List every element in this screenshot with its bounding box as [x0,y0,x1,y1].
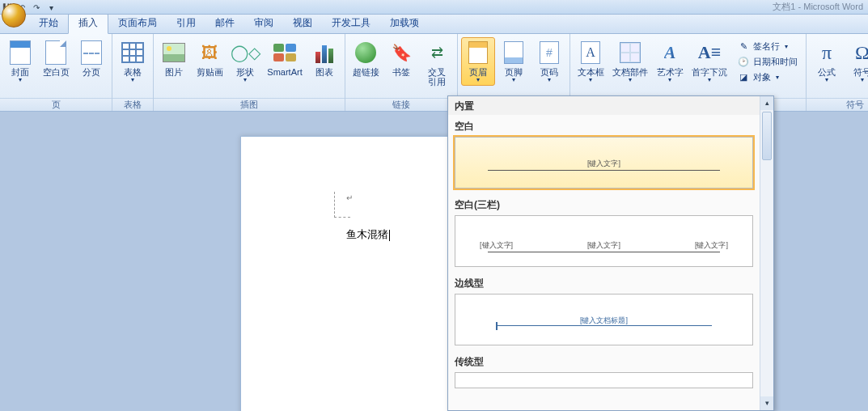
preview-placeholder: [键入文字] [455,159,752,169]
scroll-up-icon[interactable]: ▴ [760,96,773,110]
ribbon-tabs: 开始 插入 页面布局 引用 邮件 审阅 视图 开发工具 加载项 [0,15,868,34]
hyperlink-button[interactable]: 超链接 [349,37,383,79]
crossref-button[interactable]: ⇄ 交叉 引用 [420,37,454,89]
gallery-option-title-blank: 空白 [448,115,760,135]
blank-page-button[interactable]: 空白页 [39,37,73,79]
office-button[interactable] [2,3,26,28]
group-label-links: 链接 [345,98,457,111]
group-label-tables: 表格 [112,98,153,111]
header-button[interactable]: 页眉▾ [461,37,495,86]
paragraph-mark-icon: ↵ [346,193,353,202]
qat-dropdown-icon[interactable]: ▾ [45,2,57,13]
clipart-icon: 🖼 [201,44,218,62]
gallery-option-blank[interactable]: [键入文字] [455,137,753,189]
bookmark-icon: 🔖 [392,43,412,62]
group-illustrations: 图片 🖼 剪贴画 ◯◇ 形状▾ SmartArt 图表 插图 [154,34,345,111]
tab-references[interactable]: 引用 [167,14,205,33]
smartart-icon [273,44,296,61]
tab-mailings[interactable]: 邮件 [205,14,244,33]
quickparts-button[interactable]: 文档部件▾ [609,37,651,86]
preview-line [488,170,720,171]
tab-layout[interactable]: 页面布局 [108,14,167,33]
group-pages: 封面▾ 空白页 分页 页 [0,34,112,111]
header-gallery-dropdown: 内置 空白 [键入文字] 空白(三栏) [键入文字] [键入文字] [键入文字]… [447,95,774,411]
datetime-icon: 🕑 [737,55,750,68]
equation-button[interactable]: π 公式▾ [810,37,844,86]
scroll-down-icon[interactable]: ▾ [760,396,773,410]
object-icon: ◪ [737,70,750,83]
footer-icon [504,41,523,64]
window-title: 文档1 - Microsoft Word [773,1,863,13]
quickparts-icon [620,42,641,63]
bookmark-button[interactable]: 🔖 书签 [384,37,418,79]
page-number-button[interactable]: # 页码▾ [532,37,566,86]
document-body-text[interactable]: 鱼木混猪 [346,227,390,242]
picture-icon [163,43,185,62]
gallery-category-builtin: 内置 [448,96,760,115]
object-button[interactable]: ◪ 对象▾ [735,70,799,84]
preview-line [488,252,720,252]
blank-page-icon [45,40,66,65]
page-break-icon [81,40,102,65]
textbox-icon: A [581,41,600,64]
gallery-option-title-edge: 边线型 [448,272,760,292]
chart-button[interactable]: 图表 [307,37,341,79]
tab-home[interactable]: 开始 [29,14,68,33]
text-small-stack: ✎ 签名行▾ 🕑 日期和时间 ◪ 对象▾ [732,37,802,86]
datetime-button[interactable]: 🕑 日期和时间 [735,54,799,69]
clipart-button[interactable]: 🖼 剪贴画 [193,37,227,79]
preview-edge-line [496,325,712,326]
picture-button[interactable]: 图片 [157,37,191,79]
textbox-button[interactable]: A 文本框▾ [574,37,608,86]
page-number-icon: # [540,41,559,64]
cover-page-icon [10,40,31,65]
smartart-button[interactable]: SmartArt [264,37,306,79]
symbol-button[interactable]: Ω 符号▾ [845,37,868,86]
text-cursor [389,230,390,241]
dropcap-icon: A≡ [698,42,721,63]
group-symbols: π 公式▾ Ω 符号▾ 编 符号 [807,34,868,111]
cover-page-button[interactable]: 封面▾ [3,37,37,86]
tab-addins[interactable]: 加载项 [380,14,429,33]
preview-three-placeholders: [键入文字] [键入文字] [键入文字] [455,240,752,251]
signature-icon: ✎ [737,40,750,53]
dropcap-button[interactable]: A≡ 首字下沉▾ [688,37,730,86]
chart-icon [315,42,333,63]
wordart-icon: A [664,42,676,63]
equation-icon: π [822,42,832,64]
page-break-button[interactable]: 分页 [74,37,108,79]
group-links: 超链接 🔖 书签 ⇄ 交叉 引用 链接 [345,34,458,111]
hyperlink-icon [355,42,376,63]
group-label-pages: 页 [0,98,112,111]
table-button[interactable]: 表格▾ [116,37,150,86]
gallery-option-edge[interactable]: [键入文档标题] [455,294,753,345]
wordart-button[interactable]: A 艺术字▾ [653,37,687,86]
qat-redo-icon[interactable]: ↷ [31,2,42,13]
footer-button[interactable]: 页脚▾ [497,37,531,86]
signature-line-button[interactable]: ✎ 签名行▾ [735,39,799,53]
group-label-symbols: 符号 [807,98,868,111]
gallery-option-title-blank3: 空白(三栏) [448,193,760,214]
group-tables: 表格▾ 表格 [112,34,154,111]
gallery-option-title-classic: 传统型 [448,350,760,371]
gallery-option-blank3[interactable]: [键入文字] [键入文字] [键入文字] [455,215,753,267]
group-label-illustrations: 插图 [154,98,345,111]
shapes-icon: ◯◇ [231,43,260,62]
tab-view[interactable]: 视图 [283,14,322,33]
header-icon [468,41,488,64]
tab-insert[interactable]: 插入 [68,13,108,34]
gallery-scrollbar[interactable]: ▴ ▾ [760,96,773,410]
scroll-thumb[interactable] [762,112,772,160]
title-bar: 💾 ↶ ↷ ▾ 文档1 - Microsoft Word [0,0,868,15]
crossref-icon: ⇄ [431,44,443,61]
tab-review[interactable]: 审阅 [244,14,283,33]
shapes-button[interactable]: ◯◇ 形状▾ [228,37,262,86]
gallery-option-classic[interactable] [455,372,753,388]
tab-developer[interactable]: 开发工具 [322,14,380,33]
symbol-icon: Ω [855,42,868,64]
table-icon [121,42,144,63]
